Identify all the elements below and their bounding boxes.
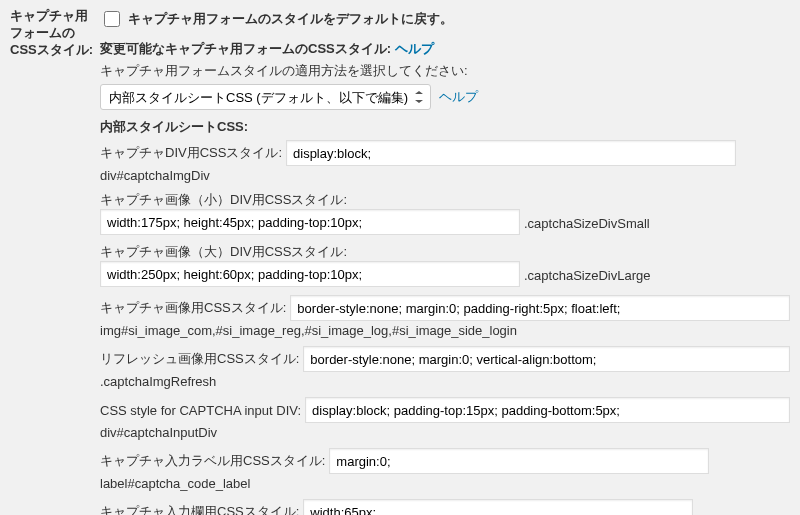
captcha-img-input[interactable] bbox=[290, 295, 790, 321]
refresh-img-input[interactable] bbox=[303, 346, 790, 372]
internal-css-heading: 内部スタイルシートCSS: bbox=[100, 118, 790, 136]
field-captcha-div: キャプチャDIV用CSSスタイル: div#captchaImgDiv bbox=[100, 140, 790, 183]
reset-style-checkbox-row: キャプチャ用フォームのスタイルをデフォルトに戻す。 bbox=[100, 8, 790, 30]
field-captcha-img: キャプチャ画像用CSSスタイル: img#si_image_com,#si_im… bbox=[100, 295, 790, 338]
row-heading: キャプチャ用フォームのCSSスタイル: bbox=[10, 8, 100, 515]
field-input-label: キャプチャ入力ラベル用CSSスタイル: label#captcha_code_l… bbox=[100, 448, 790, 491]
field-captcha-small: キャプチャ画像（小）DIV用CSSスタイル: .captchaSizeDivSm… bbox=[100, 191, 790, 235]
captcha-small-selector: .captchaSizeDivSmall bbox=[524, 216, 650, 231]
reset-style-checkbox[interactable] bbox=[104, 11, 120, 27]
input-label-selector: label#captcha_code_label bbox=[100, 476, 790, 491]
input-field-input[interactable] bbox=[303, 499, 693, 515]
input-div-selector: div#captchaInputDiv bbox=[100, 425, 790, 440]
changeable-label-row: 変更可能なキャプチャ用フォームのCSSスタイル: ヘルプ bbox=[100, 40, 790, 58]
refresh-img-selector: .captchaImgRefresh bbox=[100, 374, 790, 389]
field-input-div: CSS style for CAPTCHA input DIV: div#cap… bbox=[100, 397, 790, 440]
input-label-label: キャプチャ入力ラベル用CSSスタイル: bbox=[100, 452, 325, 470]
field-input-field: キャプチャ入力欄用CSSスタイル: input#captcha_code bbox=[100, 499, 790, 515]
help-link[interactable]: ヘルプ bbox=[395, 41, 434, 56]
field-captcha-large: キャプチャ画像（大）DIV用CSSスタイル: .captchaSizeDivLa… bbox=[100, 243, 790, 287]
captcha-large-selector: .captchaSizeDivLarge bbox=[524, 268, 650, 283]
captcha-small-input[interactable] bbox=[100, 209, 520, 235]
captcha-large-input[interactable] bbox=[100, 261, 520, 287]
input-field-label: キャプチャ入力欄用CSSスタイル: bbox=[100, 503, 299, 515]
captcha-div-input[interactable] bbox=[286, 140, 736, 166]
captcha-small-label: キャプチャ画像（小）DIV用CSSスタイル: bbox=[100, 191, 790, 209]
captcha-div-selector: div#captchaImgDiv bbox=[100, 168, 790, 183]
apply-method-row: 内部スタイルシートCSS (デフォルト、以下で編集) ヘルプ bbox=[100, 84, 790, 110]
input-div-label: CSS style for CAPTCHA input DIV: bbox=[100, 403, 301, 418]
reset-style-label: キャプチャ用フォームのスタイルをデフォルトに戻す。 bbox=[128, 10, 453, 28]
captcha-img-selector: img#si_image_com,#si_image_reg,#si_image… bbox=[100, 323, 790, 338]
select-instruction: キャプチャ用フォームスタイルの適用方法を選択してください: bbox=[100, 62, 790, 80]
input-label-input[interactable] bbox=[329, 448, 709, 474]
input-div-input[interactable] bbox=[305, 397, 790, 423]
help-link-2[interactable]: ヘルプ bbox=[439, 88, 478, 106]
captcha-div-label: キャプチャDIV用CSSスタイル: bbox=[100, 144, 282, 162]
captcha-large-label: キャプチャ画像（大）DIV用CSSスタイル: bbox=[100, 243, 790, 261]
changeable-label: 変更可能なキャプチャ用フォームのCSSスタイル: bbox=[100, 41, 391, 56]
apply-method-select[interactable]: 内部スタイルシートCSS (デフォルト、以下で編集) bbox=[100, 84, 431, 110]
field-refresh-img: リフレッシュ画像用CSSスタイル: .captchaImgRefresh bbox=[100, 346, 790, 389]
settings-row: キャプチャ用フォームのCSSスタイル: キャプチャ用フォームのスタイルをデフォル… bbox=[0, 0, 800, 515]
captcha-img-label: キャプチャ画像用CSSスタイル: bbox=[100, 299, 286, 317]
row-content: キャプチャ用フォームのスタイルをデフォルトに戻す。 変更可能なキャプチャ用フォー… bbox=[100, 8, 790, 515]
refresh-img-label: リフレッシュ画像用CSSスタイル: bbox=[100, 350, 299, 368]
